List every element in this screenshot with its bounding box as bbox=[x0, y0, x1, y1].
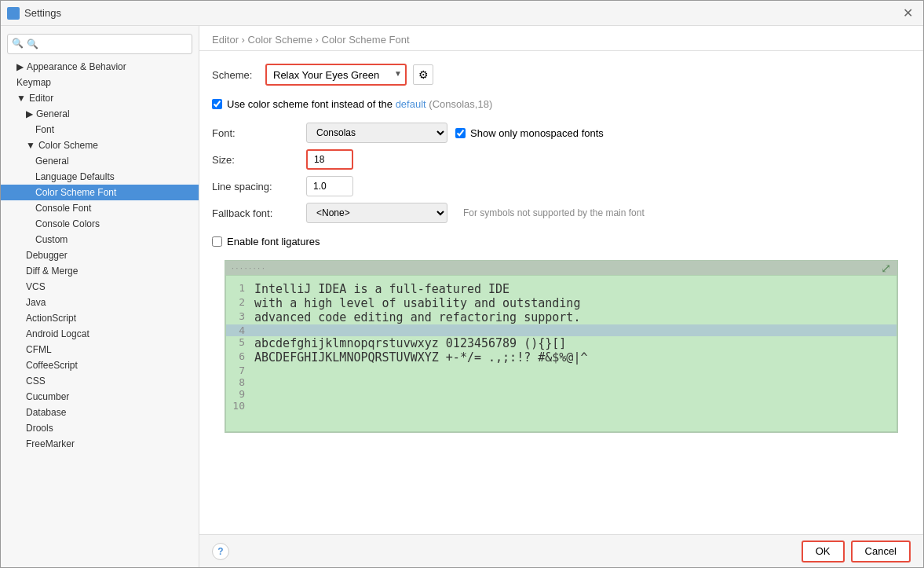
breadcrumb-separator2: › bbox=[316, 34, 322, 46]
sidebar-item-custom[interactable]: Custom bbox=[1, 232, 199, 247]
sidebar: 🔍 ▶ Appearance & Behavior Keymap ▼ Edito… bbox=[1, 26, 199, 567]
sidebar-item-label: Color Scheme Font bbox=[35, 187, 116, 198]
expand-arrow: ▼ bbox=[16, 93, 26, 104]
sidebar-item-label: Drools bbox=[26, 423, 53, 434]
expand-arrow: ▶ bbox=[26, 108, 33, 119]
line-number: 2 bbox=[226, 296, 251, 310]
line-content: with a high level of usability and outst… bbox=[251, 296, 897, 310]
sidebar-item-label: Debugger bbox=[26, 250, 68, 261]
sidebar-item-console-colors[interactable]: Console Colors bbox=[1, 216, 199, 232]
sidebar-item-cfml[interactable]: CFML bbox=[1, 342, 199, 357]
sidebar-item-label: Cucumber bbox=[26, 391, 69, 402]
sidebar-item-label: Java bbox=[26, 297, 46, 308]
sidebar-item-label: CFML bbox=[26, 344, 52, 355]
sidebar-item-general2[interactable]: General bbox=[1, 153, 199, 169]
sidebar-item-label: Console Font bbox=[35, 203, 91, 214]
enable-ligatures-label[interactable]: Enable font ligatures bbox=[227, 236, 320, 247]
sidebar-item-android-logcat[interactable]: Android Logcat bbox=[1, 326, 199, 342]
sidebar-item-label: CoffeeScript bbox=[26, 360, 78, 371]
settings-body: Scheme: Relax Your Eyes Green Default Da… bbox=[199, 51, 923, 534]
sidebar-item-label: Android Logcat bbox=[26, 328, 89, 339]
use-color-scheme-font-checkbox[interactable] bbox=[212, 99, 222, 109]
line-content bbox=[251, 388, 897, 400]
font-control: Consolas Arial Courier New Show only mon… bbox=[306, 123, 911, 143]
sidebar-item-label: Console Colors bbox=[35, 218, 100, 229]
scheme-gear-button[interactable]: ⚙ bbox=[413, 64, 433, 85]
code-line: 2with a high level of usability and outs… bbox=[226, 296, 897, 310]
help-button[interactable]: ? bbox=[212, 543, 229, 560]
default-hint: (Consolas,18) bbox=[429, 98, 492, 110]
font-label: Font: bbox=[212, 127, 306, 139]
sidebar-item-vcs[interactable]: VCS bbox=[1, 279, 199, 295]
show-monospaced-label[interactable]: Show only monospaced fonts bbox=[470, 127, 604, 139]
preview-code: 1IntelliJ IDEA is a full-featured IDE2wi… bbox=[226, 276, 897, 418]
fallback-select-wrapper: <None> Arial bbox=[306, 203, 447, 223]
preview-header: · · · · · · · · ⤢ bbox=[225, 261, 897, 275]
code-line: 7 bbox=[226, 365, 897, 376]
sidebar-item-actionscript[interactable]: ActionScript bbox=[1, 310, 199, 326]
sidebar-item-coffeescript[interactable]: CoffeeScript bbox=[1, 357, 199, 373]
sidebar-item-general[interactable]: ▶ General bbox=[1, 106, 199, 122]
line-spacing-input[interactable]: 1.0 bbox=[306, 176, 353, 196]
settings-window: Settings ✕ 🔍 ▶ Appearance & Behavior Key… bbox=[0, 0, 924, 568]
breadcrumb-editor: Editor bbox=[212, 34, 239, 46]
fallback-control: <None> Arial For symbols not supported b… bbox=[306, 203, 911, 223]
code-line: 1IntelliJ IDEA is a full-featured IDE bbox=[226, 282, 897, 296]
line-number: 3 bbox=[226, 310, 251, 324]
sidebar-item-color-scheme-font[interactable]: Color Scheme Font bbox=[1, 185, 199, 200]
sidebar-item-database[interactable]: Database bbox=[1, 405, 199, 420]
sidebar-item-label: ActionScript bbox=[26, 313, 76, 324]
sidebar-item-language-defaults[interactable]: Language Defaults bbox=[1, 169, 199, 185]
scheme-row: Scheme: Relax Your Eyes Green Default Da… bbox=[212, 64, 911, 86]
line-content: advanced code editing and refactoring su… bbox=[251, 310, 897, 324]
title-bar-left: Settings bbox=[7, 7, 61, 20]
font-select[interactable]: Consolas Arial Courier New bbox=[306, 123, 447, 143]
line-content bbox=[251, 324, 897, 336]
cancel-button[interactable]: Cancel bbox=[851, 541, 911, 563]
scheme-select[interactable]: Relax Your Eyes Green Default Darcula bbox=[265, 64, 407, 86]
main-content: 🔍 ▶ Appearance & Behavior Keymap ▼ Edito… bbox=[1, 26, 923, 567]
use-color-scheme-font-label[interactable]: Use color scheme font instead of the def… bbox=[227, 98, 492, 110]
sidebar-item-label: Color Scheme bbox=[38, 140, 98, 151]
search-box[interactable]: 🔍 bbox=[7, 34, 192, 54]
window-title: Settings bbox=[24, 7, 61, 19]
sidebar-item-editor[interactable]: ▼ Editor bbox=[1, 90, 199, 106]
sidebar-item-diff-merge[interactable]: Diff & Merge bbox=[1, 263, 199, 279]
default-link[interactable]: default bbox=[396, 98, 426, 110]
sidebar-item-freemarker[interactable]: FreeMarker bbox=[1, 436, 199, 452]
sidebar-item-java[interactable]: Java bbox=[1, 295, 199, 310]
code-line: 3advanced code editing and refactoring s… bbox=[226, 310, 897, 324]
code-line: 8 bbox=[226, 376, 897, 388]
line-number: 7 bbox=[226, 365, 251, 376]
sidebar-item-keymap[interactable]: Keymap bbox=[1, 75, 199, 90]
sidebar-item-font[interactable]: Font bbox=[1, 122, 199, 137]
ok-button[interactable]: OK bbox=[802, 541, 845, 563]
close-button[interactable]: ✕ bbox=[898, 4, 917, 23]
sidebar-item-label: Font bbox=[35, 124, 54, 135]
sidebar-item-cucumber[interactable]: Cucumber bbox=[1, 389, 199, 405]
sidebar-item-label: General bbox=[35, 156, 69, 167]
line-number: 8 bbox=[226, 376, 251, 388]
sidebar-item-debugger[interactable]: Debugger bbox=[1, 247, 199, 263]
sidebar-item-console-font[interactable]: Console Font bbox=[1, 200, 199, 216]
expand-icon[interactable]: ⤢ bbox=[881, 261, 891, 276]
size-input[interactable]: 18 bbox=[306, 149, 353, 170]
sidebar-item-drools[interactable]: Drools bbox=[1, 420, 199, 436]
line-spacing-label: Line spacing: bbox=[212, 181, 306, 192]
use-color-scheme-font-text: Use color scheme font instead of the bbox=[227, 98, 393, 110]
bottom-buttons: OK Cancel bbox=[802, 541, 911, 563]
line-content: IntelliJ IDEA is a full-featured IDE bbox=[251, 282, 897, 296]
fallback-select[interactable]: <None> Arial bbox=[306, 203, 447, 223]
scheme-dropdown-wrapper: Relax Your Eyes Green Default Darcula ▼ bbox=[265, 64, 407, 86]
sidebar-item-appearance-behavior[interactable]: ▶ Appearance & Behavior bbox=[1, 59, 199, 75]
line-number: 5 bbox=[226, 336, 251, 350]
line-content bbox=[251, 400, 897, 412]
show-monospaced-checkbox[interactable] bbox=[455, 128, 466, 138]
main-panel: Editor › Color Scheme › Color Scheme Fon… bbox=[199, 26, 923, 567]
preview-area: 1IntelliJ IDEA is a full-featured IDE2wi… bbox=[225, 275, 897, 432]
enable-ligatures-checkbox[interactable] bbox=[212, 236, 222, 247]
sidebar-item-color-scheme[interactable]: ▼ Color Scheme bbox=[1, 137, 199, 153]
search-input[interactable] bbox=[7, 34, 192, 54]
preview-dots: · · · · · · · · bbox=[232, 264, 265, 273]
sidebar-item-css[interactable]: CSS bbox=[1, 373, 199, 389]
